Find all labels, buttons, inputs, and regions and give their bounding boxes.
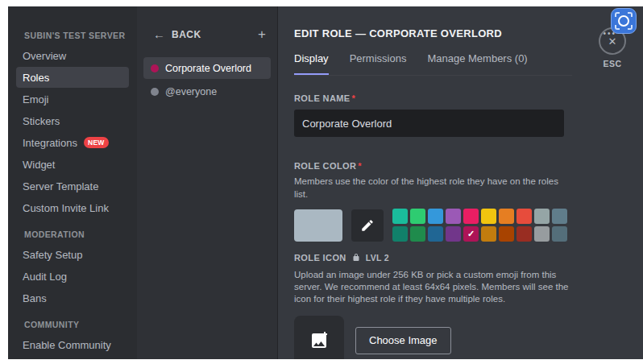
back-arrow-icon[interactable]: ← — [153, 27, 165, 41]
roles-list-panel: ← BACK + Corporate Overlord @everyone — [137, 6, 278, 359]
capture-corner-icon — [615, 12, 620, 17]
color-swatch[interactable] — [499, 209, 514, 224]
role-name-label-text: ROLE NAME — [294, 93, 351, 103]
sidebar-item-server-template[interactable]: Server Template — [16, 176, 129, 196]
back-button[interactable]: BACK — [172, 29, 201, 40]
color-swatch[interactable] — [552, 226, 567, 242]
sidebar-item-safety-setup[interactable]: Safety Setup — [16, 244, 129, 265]
role-name-input[interactable] — [294, 110, 564, 137]
custom-color-button[interactable] — [351, 209, 384, 242]
color-swatch[interactable] — [392, 226, 408, 242]
color-swatch[interactable] — [516, 226, 532, 242]
sidebar-item-label: Audit Log — [23, 271, 67, 283]
color-swatch[interactable] — [428, 209, 443, 224]
sidebar-item-label: Roles — [23, 72, 49, 84]
tab-manage-members[interactable]: Manage Members (0) — [427, 52, 527, 75]
lock-icon — [351, 253, 361, 263]
capture-corner-icon — [628, 25, 633, 30]
role-icon-upload-row: Choose Image — [294, 316, 643, 359]
role-name-label: ROLE NAME* — [294, 93, 643, 103]
sidebar-item-label: Enable Community — [23, 339, 111, 351]
edit-role-panel: EDIT ROLE — CORPORATE OVERLORD ••• Displ… — [278, 6, 643, 359]
tab-bar: Display Permissions Manage Members (0) — [294, 52, 572, 76]
role-item-label: @everyone — [165, 86, 217, 97]
role-icon-label-row: ROLE ICON LVL 2 — [294, 253, 643, 263]
role-color-dot — [151, 88, 159, 96]
sidebar-item-label: Safety Setup — [23, 249, 82, 261]
role-icon-description: Upload an image under 256 KB or pick a c… — [294, 269, 572, 306]
color-swatch[interactable] — [552, 209, 567, 224]
color-picker-row: ✓ — [294, 209, 643, 242]
sidebar-item-roles[interactable]: Roles — [16, 67, 129, 88]
community-section-header: COMMUNITY — [8, 320, 137, 334]
sidebar-item-label: Overview — [23, 50, 66, 62]
tab-display[interactable]: Display — [294, 52, 329, 75]
sidebar-item-integrations[interactable]: Integrations NEW — [16, 132, 129, 153]
color-swatch[interactable] — [516, 209, 532, 224]
role-icon-label: ROLE ICON — [294, 253, 346, 263]
sidebar-item-overview[interactable]: Overview — [16, 45, 129, 66]
required-asterisk: * — [358, 161, 362, 171]
role-color-label: ROLE COLOR* — [294, 161, 643, 171]
sidebar-item-label: Custom Invite Link — [23, 202, 109, 214]
tab-permissions[interactable]: Permissions — [350, 52, 407, 75]
add-role-icon[interactable]: + — [258, 27, 266, 41]
color-swatch[interactable] — [463, 209, 479, 224]
default-color-swatch[interactable] — [294, 209, 342, 242]
esc-label: ESC — [596, 59, 628, 68]
role-item-everyone[interactable]: @everyone — [143, 81, 271, 102]
image-upload-dropzone[interactable] — [294, 316, 344, 359]
color-swatch[interactable] — [499, 226, 514, 242]
roles-panel-header: ← BACK + — [137, 27, 277, 41]
choose-image-button[interactable]: Choose Image — [355, 327, 451, 354]
role-item-corporate-overlord[interactable]: Corporate Overlord — [143, 57, 271, 79]
screenshot-page: SUBIN'S TEST SERVER Overview Roles Emoji… — [0, 0, 643, 364]
sidebar-item-stickers[interactable]: Stickers — [16, 110, 129, 131]
page-title: EDIT ROLE — CORPORATE OVERLORD — [294, 27, 502, 39]
selected-check-icon: ✓ — [463, 226, 479, 242]
panel-title-row: EDIT ROLE — CORPORATE OVERLORD ••• — [294, 27, 616, 39]
sidebar-item-label: Widget — [23, 159, 55, 171]
settings-sidebar: SUBIN'S TEST SERVER Overview Roles Emoji… — [8, 6, 137, 359]
required-asterisk: * — [352, 93, 356, 103]
role-color-description: Members use the color of the highest rol… — [294, 176, 572, 201]
color-swatch[interactable] — [446, 226, 461, 242]
sidebar-item-label: Server Template — [23, 180, 98, 192]
capture-corner-icon — [615, 25, 620, 30]
sidebar-item-label: Integrations — [23, 137, 77, 149]
screen-capture-icon[interactable] — [611, 8, 637, 34]
color-swatch-grid: ✓ — [392, 209, 567, 242]
sidebar-item-bans[interactable]: Bans — [16, 287, 129, 308]
color-swatch[interactable] — [481, 209, 496, 224]
role-item-label: Corporate Overlord — [165, 63, 251, 74]
sidebar-item-label: Stickers — [23, 115, 60, 127]
discord-server-settings: SUBIN'S TEST SERVER Overview Roles Emoji… — [8, 6, 643, 359]
role-color-label-text: ROLE COLOR — [294, 161, 356, 171]
sidebar-item-label: Bans — [23, 292, 47, 304]
color-swatch[interactable] — [534, 209, 550, 224]
boost-level-badge: LVL 2 — [366, 253, 389, 263]
color-swatch[interactable] — [428, 226, 443, 242]
color-swatch[interactable] — [392, 209, 408, 224]
server-name-header: SUBIN'S TEST SERVER — [8, 31, 137, 45]
sidebar-item-label: Emoji — [23, 93, 49, 105]
color-swatch[interactable] — [481, 226, 496, 242]
sidebar-item-widget[interactable]: Widget — [16, 154, 129, 175]
eyedropper-icon — [360, 218, 375, 233]
sidebar-item-enable-community[interactable]: Enable Community — [16, 334, 129, 355]
sidebar-item-custom-invite-link[interactable]: Custom Invite Link — [16, 197, 129, 218]
role-color-dot — [151, 64, 159, 72]
color-swatch[interactable] — [446, 209, 461, 224]
capture-corner-icon — [628, 12, 633, 17]
new-badge: NEW — [84, 137, 109, 148]
sidebar-item-emoji[interactable]: Emoji — [16, 89, 129, 110]
add-image-icon — [309, 331, 329, 350]
color-swatch[interactable] — [410, 226, 425, 242]
color-swatch[interactable] — [534, 226, 550, 242]
color-swatch-selected[interactable]: ✓ — [463, 226, 479, 242]
moderation-section-header: MODERATION — [8, 230, 137, 244]
sidebar-item-audit-log[interactable]: Audit Log — [16, 266, 129, 287]
role-list: Corporate Overlord @everyone — [137, 57, 277, 102]
color-swatch[interactable] — [410, 209, 425, 224]
close-icon: ✕ — [608, 35, 617, 48]
